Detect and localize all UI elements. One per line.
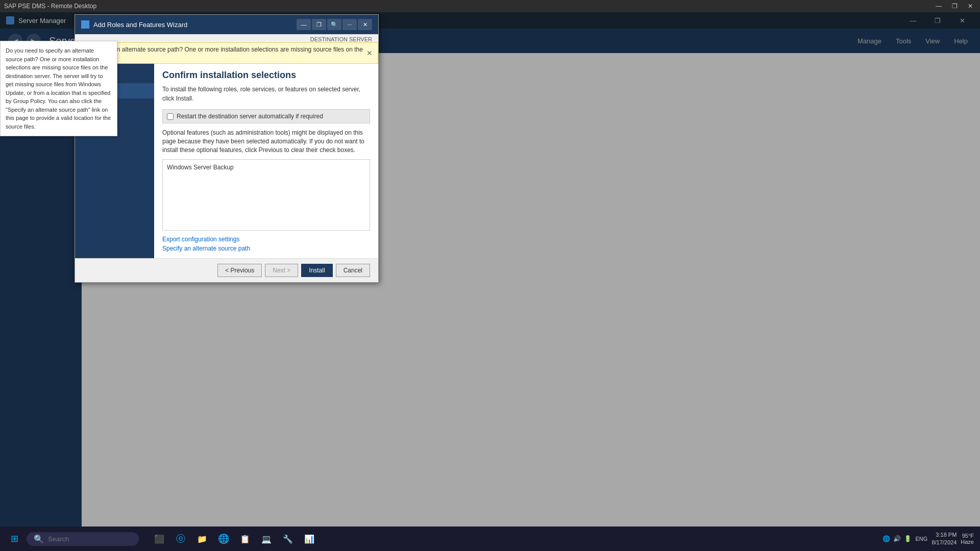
wizard-close-btn[interactable]: ✕ (358, 19, 372, 30)
wizard-zoom-btn[interactable]: 🔍 (327, 19, 341, 30)
weather-display: 95°F Haze (961, 533, 974, 545)
wizard-title-left: Add Roles and Features Wizard (81, 20, 187, 29)
search-icon: 🔍 (34, 534, 44, 544)
taskbar-app1[interactable]: 📋 (235, 529, 255, 549)
tooltip-text: Do you need to specify an alternate sour… (6, 47, 111, 130)
battery-icon: 🔋 (904, 535, 912, 542)
app1-icon: 📋 (240, 534, 250, 544)
restart-checkbox[interactable] (167, 113, 174, 120)
network-icon: 🌐 (883, 535, 890, 542)
rdp-restore-btn[interactable]: ❐ (949, 2, 961, 11)
add-roles-wizard: Add Roles and Features Wizard — ❐ 🔍 ··· … (75, 14, 379, 283)
app3-icon: 🔧 (283, 534, 293, 544)
restart-label[interactable]: Restart the destination server automatic… (177, 113, 323, 120)
optional-desc: Optional features (such as administratio… (162, 129, 370, 154)
wizard-minimize-btn[interactable]: — (297, 19, 311, 30)
features-list: Windows Server Backup (162, 159, 370, 231)
rdp-title: SAP PSE DMS - Remote Desktop (4, 3, 96, 10)
taskbar-app4[interactable]: 📊 (299, 529, 320, 549)
edge-icon: 🌐 (218, 533, 229, 544)
date-display: 8/17/2024 (932, 539, 957, 546)
app2-icon: 💻 (261, 534, 272, 544)
volume-icon: 🔊 (893, 535, 901, 542)
start-button[interactable]: ⊞ (4, 529, 24, 549)
rdp-close-btn[interactable]: ✕ (965, 2, 976, 11)
system-tray: 🌐 🔊 🔋 (883, 535, 912, 542)
install-btn[interactable]: Install (301, 264, 332, 277)
app4-icon: 📊 (304, 534, 314, 544)
ie-icon: ⓔ (176, 533, 185, 545)
tooltip-popup: Do you need to specify an alternate sour… (0, 41, 117, 136)
rdp-window-controls: — ❐ ✕ (933, 2, 976, 11)
wizard-more-btn[interactable]: ··· (342, 19, 357, 30)
previous-btn[interactable]: < Previous (217, 264, 262, 277)
cancel-btn[interactable]: Cancel (336, 264, 370, 277)
wizard-title-text: Add Roles and Features Wizard (93, 21, 187, 29)
rdp-minimize-btn[interactable]: — (933, 2, 945, 11)
wizard-app-icon (81, 20, 89, 29)
search-input[interactable] (48, 535, 125, 543)
alternate-source-link[interactable]: Specify an alternate source path (162, 245, 370, 252)
taskbar-ie[interactable]: ⓔ (170, 529, 191, 549)
wizard-main-title: Confirm installation selections (162, 70, 370, 81)
wizard-maximize-btn[interactable]: ❐ (312, 19, 326, 30)
taskbar-left: ⊞ 🔍 (0, 529, 143, 549)
rdp-titlebar: SAP PSE DMS - Remote Desktop — ❐ ✕ (0, 0, 980, 12)
task-view-icon: ⬛ (154, 534, 164, 544)
search-bar[interactable]: 🔍 (27, 532, 139, 546)
warning-close-btn[interactable]: ✕ (366, 49, 373, 57)
taskbar-time[interactable]: 3:18 PM 8/17/2024 (932, 531, 957, 547)
taskbar-app3[interactable]: 🔧 (278, 529, 298, 549)
destination-label: DESTINATION SERVER (75, 34, 378, 42)
wizard-content: Confirm installation selections To insta… (154, 64, 378, 258)
taskbar-apps: ⬛ ⓔ 📁 🌐 📋 💻 🔧 📊 (143, 529, 326, 549)
lang-indicator: ENG (916, 536, 928, 542)
time-display: 3:18 PM (932, 531, 957, 539)
wizard-titlebar: Add Roles and Features Wizard — ❐ 🔍 ··· … (75, 15, 378, 34)
feature-item-windows-backup: Windows Server Backup (167, 164, 365, 171)
next-btn[interactable]: Next > (265, 264, 298, 277)
taskbar: ⊞ 🔍 ⬛ ⓔ 📁 🌐 📋 💻 🔧 📊 (0, 527, 980, 551)
wizard-body: Features Confirmation Results Confirm in… (75, 64, 378, 258)
explorer-icon: 📁 (197, 534, 207, 544)
taskbar-app2[interactable]: 💻 (256, 529, 277, 549)
taskbar-explorer[interactable]: 📁 (192, 529, 212, 549)
wizard-footer: < Previous Next > Install Cancel (75, 258, 378, 282)
restart-checkbox-row: Restart the destination server automatic… (162, 109, 370, 123)
taskbar-right: 🌐 🔊 🔋 ENG 3:18 PM 8/17/2024 95°F Haze (876, 531, 980, 547)
warning-bar: ...to specify an alternate source path? … (75, 42, 378, 64)
windows-icon: ⊞ (11, 533, 18, 544)
taskbar-edge[interactable]: 🌐 (213, 529, 234, 549)
taskbar-task-view[interactable]: ⬛ (149, 529, 169, 549)
wizard-window-controls: — ❐ 🔍 ··· ✕ (297, 19, 372, 30)
wizard-links: Export configuration settings Specify an… (162, 236, 370, 252)
wizard-confirm-desc: To install the following roles, role ser… (162, 85, 370, 103)
warning-text: ...to specify an alternate source path? … (81, 46, 366, 60)
export-config-link[interactable]: Export configuration settings (162, 236, 370, 243)
